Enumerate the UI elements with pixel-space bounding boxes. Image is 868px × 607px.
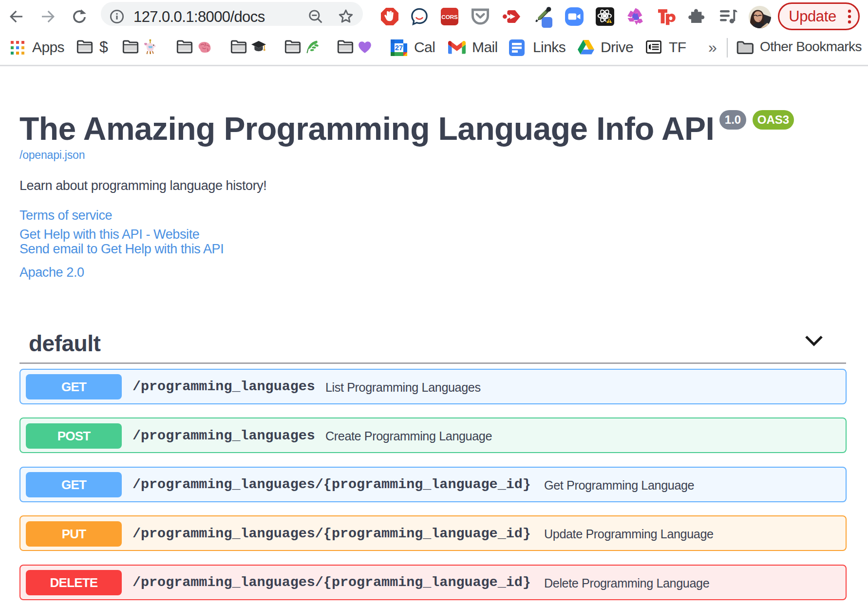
svg-text:27: 27 [395,44,403,52]
svg-text:CORS: CORS [441,14,458,20]
